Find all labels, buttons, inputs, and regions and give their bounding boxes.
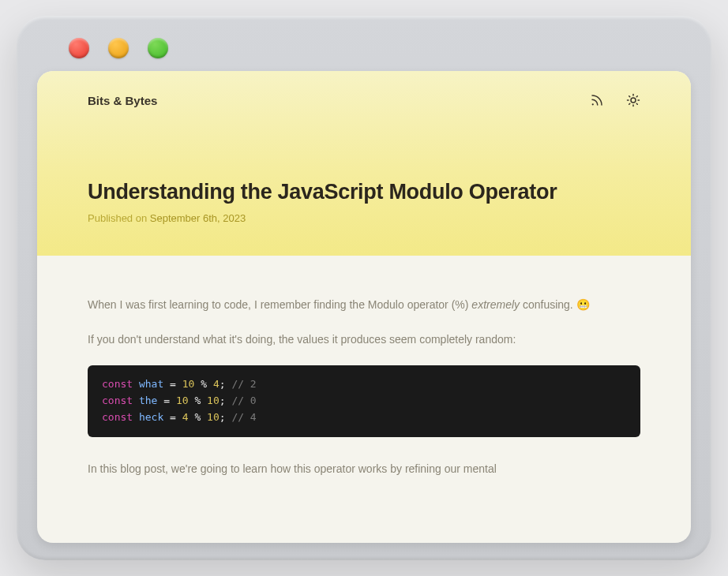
header-band: Bits & Bytes Understanding the JavaScrip… <box>37 71 691 256</box>
code-assign: = <box>163 378 182 390</box>
p1-text-b: confusing. 😬 <box>520 298 590 311</box>
close-window-button[interactable] <box>69 38 89 58</box>
page-content: Bits & Bytes Understanding the JavaScrip… <box>37 71 691 543</box>
published-line: Published on September 6th, 2023 <box>88 212 640 224</box>
minimize-window-button[interactable] <box>108 38 129 58</box>
code-comment: // 0 <box>226 395 257 406</box>
paragraph-3: In this blog post, we're going to learn … <box>88 461 640 478</box>
code-operator: % <box>189 395 207 406</box>
code-keyword: const <box>102 411 133 423</box>
code-assign: = <box>157 395 175 406</box>
rss-icon[interactable] <box>590 93 604 107</box>
topbar-icons <box>590 93 640 107</box>
code-variable: what <box>139 378 163 390</box>
published-date: September 6th, 2023 <box>150 212 246 224</box>
topbar: Bits & Bytes <box>88 93 640 107</box>
article-body: When I was first learning to code, I rem… <box>37 256 691 514</box>
browser-window: Bits & Bytes Understanding the JavaScrip… <box>17 16 711 560</box>
paragraph-2: If you don't understand what it's doing,… <box>88 331 640 349</box>
code-operator: % <box>194 378 212 390</box>
code-block: const what = 10 % 4; // 2const the = 10 … <box>88 365 640 436</box>
svg-point-0 <box>592 103 594 105</box>
code-number: 10 <box>207 395 220 406</box>
svg-line-8 <box>629 103 630 104</box>
code-comment: // 4 <box>226 411 257 423</box>
svg-line-5 <box>636 103 637 104</box>
site-title[interactable]: Bits & Bytes <box>88 94 157 107</box>
code-variable: heck <box>139 411 163 423</box>
paragraph-1: When I was first learning to code, I rem… <box>88 297 640 314</box>
code-comment: // 2 <box>226 378 257 390</box>
code-line: const the = 10 % 10; // 0 <box>102 393 626 410</box>
p1-emphasis: extremely <box>471 298 520 311</box>
code-keyword: const <box>102 395 133 406</box>
code-keyword: const <box>102 378 133 390</box>
svg-line-9 <box>636 96 637 97</box>
code-number: 4 <box>213 378 220 390</box>
maximize-window-button[interactable] <box>148 38 168 58</box>
sun-icon[interactable] <box>626 93 640 107</box>
code-operator: % <box>189 411 207 423</box>
code-line: const what = 10 % 4; // 2 <box>102 376 626 393</box>
svg-point-1 <box>631 98 636 103</box>
code-number: 4 <box>182 411 189 423</box>
p1-text-a: When I was first learning to code, I rem… <box>88 298 471 311</box>
code-punct: ; <box>220 395 226 406</box>
code-number: 10 <box>207 411 220 423</box>
article-title: Understanding the JavaScript Modulo Oper… <box>88 180 640 204</box>
published-prefix: Published on <box>88 212 150 224</box>
code-number: 10 <box>182 378 195 390</box>
code-variable: the <box>139 395 157 406</box>
traffic-lights <box>37 32 691 71</box>
code-number: 10 <box>176 395 189 406</box>
svg-line-4 <box>629 96 630 97</box>
code-punct: ; <box>220 411 226 423</box>
code-punct: ; <box>220 378 226 390</box>
code-line: const heck = 4 % 10; // 4 <box>102 410 626 426</box>
code-assign: = <box>163 411 182 423</box>
